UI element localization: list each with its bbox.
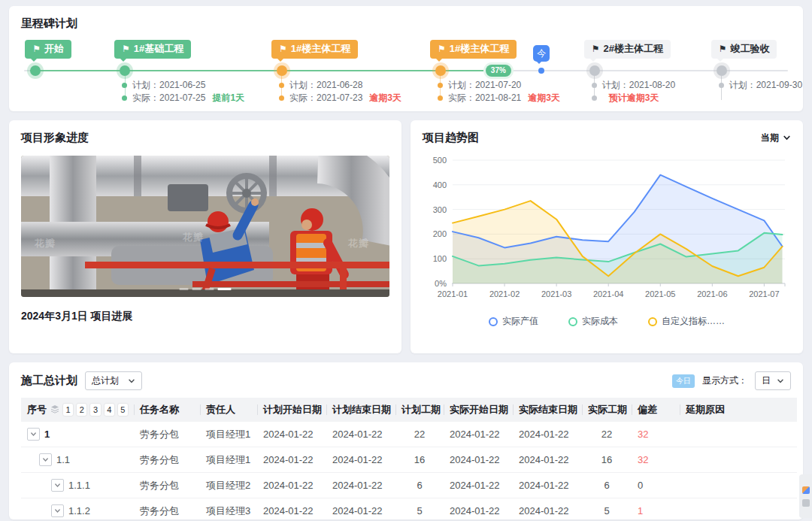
milestone-date-row: 计划：2021-06-28: [279, 79, 401, 92]
chevron-down-icon: [783, 134, 791, 142]
flag-icon: ⚑: [122, 44, 130, 53]
column-header: 计划开始日期: [257, 398, 326, 422]
cell: 32: [632, 422, 680, 447]
carousel-dots: [180, 288, 232, 290]
watermark: 花瓣: [348, 237, 369, 250]
photo-carousel: 花瓣 花瓣 花瓣: [21, 156, 389, 297]
milestone-tag: ⚑开始: [25, 40, 71, 59]
date-bullet: [279, 83, 284, 88]
site-photo: [21, 156, 389, 297]
cell: 项目经理3: [200, 498, 257, 520]
cell: 2024-01-22: [444, 473, 513, 498]
floating-widget[interactable]: [799, 474, 812, 518]
date-bullet: [279, 95, 284, 101]
middle-row: 项目形象进度: [9, 120, 803, 353]
task-id: 1.1.1: [68, 480, 90, 491]
carousel-dot[interactable]: [180, 288, 189, 290]
svg-text:400: 400: [433, 180, 447, 189]
date-bullet: [592, 95, 597, 101]
widget-icon: [802, 486, 810, 494]
expand-toggle-icon[interactable]: [51, 504, 64, 517]
table-row[interactable]: 1.1劳务分包项目经理12024-01-222024-01-22162024-0…: [21, 447, 797, 473]
milestone-label: 1#楼主体工程: [450, 42, 509, 56]
cell: 2024-01-22: [326, 473, 395, 498]
expand-toggle-icon[interactable]: [39, 453, 52, 466]
cell: 劳务分包: [134, 498, 200, 520]
trend-chart: 0%1002003004005002021-012021-022021-0320…: [423, 151, 791, 312]
chevron-down-icon: [128, 377, 135, 385]
task-id: 1.1.2: [68, 505, 90, 516]
milestone-date-row: 实际：2021-08-21逾期3天: [438, 92, 560, 105]
milestone-date-row: 预计逾期3天: [592, 92, 675, 105]
svg-text:2021-01: 2021-01: [438, 289, 468, 298]
plan-type-select[interactable]: 总计划: [85, 371, 142, 390]
cell: 2024-01-22: [513, 498, 582, 520]
milestone-date-row: 计划：2021-09-30: [719, 79, 802, 92]
seq-wrap: 1.1.1: [27, 479, 128, 492]
date-status: 逾期3天: [528, 92, 560, 105]
column-header: 实际工期: [582, 398, 632, 422]
cell-seq: 1: [21, 422, 134, 447]
cell: 2024-01-22: [326, 422, 395, 447]
watermark: 花瓣: [35, 237, 56, 250]
today-dot: [538, 68, 544, 74]
carousel-dot[interactable]: [218, 288, 232, 290]
svg-text:2021-07: 2021-07: [749, 289, 779, 298]
expand-toggle-icon[interactable]: [51, 479, 64, 492]
milestone-date-row: 计划：2021-08-20: [592, 79, 675, 92]
cell-seq: 1.1.2: [21, 498, 134, 520]
cell: 2024-01-22: [257, 422, 326, 447]
milestone-date-row: 计划：2021-07-20: [438, 79, 560, 92]
today-badge[interactable]: 今日: [672, 374, 695, 388]
cell: 2024-01-22: [444, 447, 513, 473]
chart-header: 项目趋势图 当期: [423, 131, 791, 145]
level-chip[interactable]: 5: [118, 404, 128, 416]
carousel-dot[interactable]: [205, 288, 214, 290]
chart-legend: 实际产值实际成本自定义指标……: [423, 315, 791, 328]
table-row[interactable]: 1.1.1劳务分包项目经理22024-01-222024-01-2262024-…: [21, 473, 797, 498]
task-id: 1: [44, 429, 50, 440]
milestone-title: 里程碑计划: [21, 17, 791, 31]
cell: [680, 447, 797, 473]
legend-item[interactable]: 自定义指标……: [648, 315, 725, 328]
date-status: 提前1天: [212, 92, 244, 105]
date-text: 实际：2021-07-25: [132, 92, 205, 105]
table-row[interactable]: 1劳务分包项目经理12024-01-222024-01-22222024-01-…: [21, 422, 797, 447]
cell: [680, 422, 797, 447]
level-chip[interactable]: 3: [90, 404, 100, 416]
flag-icon: ⚑: [438, 44, 446, 53]
seq-header: 序号12345: [27, 403, 128, 416]
cell: 6: [582, 473, 632, 498]
level-chip[interactable]: 4: [105, 404, 114, 416]
milestone-label: 2#楼主体工程: [603, 42, 662, 56]
column-header: 序号12345: [21, 398, 134, 422]
period-select[interactable]: 当期: [761, 132, 791, 144]
legend-label: 实际产值: [502, 315, 538, 328]
table-row[interactable]: 1.1.2劳务分包项目经理32024-01-222024-01-2252024-…: [21, 498, 797, 520]
milestone-dates: 计划：2021-08-20预计逾期3天: [592, 79, 675, 105]
level-chip[interactable]: 2: [77, 404, 86, 416]
legend-marker: [648, 317, 657, 326]
carousel-dot[interactable]: [192, 288, 201, 290]
svg-text:100: 100: [433, 254, 447, 263]
task-id: 1.1: [56, 454, 70, 465]
flag-icon: ⚑: [719, 44, 727, 53]
schedule-table: 序号12345任务名称责任人计划开始日期计划结束日期计划工期实际开始日期实际结束…: [21, 398, 797, 519]
expand-toggle-icon[interactable]: [27, 428, 40, 441]
legend-item[interactable]: 实际产值: [489, 315, 538, 328]
display-mode-select[interactable]: 日: [755, 371, 791, 390]
svg-text:500: 500: [433, 156, 447, 165]
milestone-dot: [435, 65, 446, 76]
column-header: 计划结束日期: [326, 398, 395, 422]
seq-wrap: 1: [27, 428, 128, 441]
milestone-dates: 计划：2021-06-25实际：2021-07-25提前1天: [122, 79, 244, 105]
level-chip[interactable]: 1: [63, 404, 73, 416]
widget-icon: [802, 499, 810, 507]
cell: 劳务分包: [134, 422, 200, 447]
cell: 项目经理1: [200, 422, 257, 447]
legend-item[interactable]: 实际成本: [568, 315, 618, 328]
date-text: 计划：2021-06-25: [132, 79, 205, 92]
milestone-label: 1#基础工程: [134, 42, 183, 56]
milestone-dates: 计划：2021-07-20实际：2021-08-21逾期3天: [438, 79, 560, 105]
milestone-tag: ⚑2#楼主体工程: [584, 40, 671, 59]
